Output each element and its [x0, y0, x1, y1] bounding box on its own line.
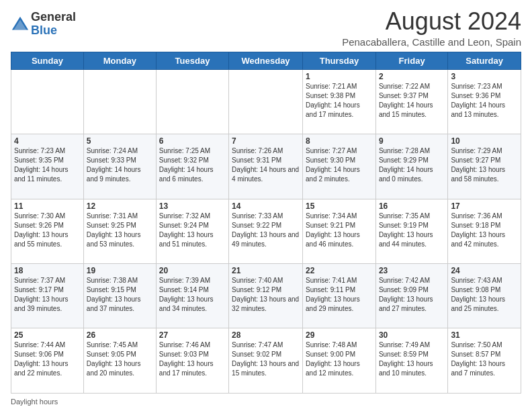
- header-row: Sunday Monday Tuesday Wednesday Thursday…: [11, 52, 521, 69]
- day-info-31: Sunrise: 7:50 AMSunset: 8:57 PMDaylight:…: [451, 340, 518, 378]
- day-number-14: 14: [232, 201, 300, 211]
- day-info-6: Sunrise: 7:25 AMSunset: 9:32 PMDaylight:…: [159, 146, 226, 184]
- cell-4-3: 28Sunrise: 7:47 AMSunset: 9:02 PMDayligh…: [229, 328, 303, 394]
- cell-3-6: 24Sunrise: 7:43 AMSunset: 9:08 PMDayligh…: [448, 264, 521, 328]
- day-info-2: Sunrise: 7:22 AMSunset: 9:37 PMDaylight:…: [379, 82, 445, 120]
- day-info-27: Sunrise: 7:46 AMSunset: 9:03 PMDaylight:…: [159, 340, 226, 378]
- day-number-30: 30: [379, 330, 445, 340]
- logo: General Blue: [11, 11, 76, 38]
- header-sunday: Sunday: [11, 52, 84, 69]
- cell-2-0: 11Sunrise: 7:30 AMSunset: 9:26 PMDayligh…: [11, 199, 84, 263]
- day-number-1: 1: [306, 72, 373, 81]
- day-number-7: 7: [232, 136, 300, 146]
- logo-text: General Blue: [31, 11, 76, 38]
- calendar-header: Sunday Monday Tuesday Wednesday Thursday…: [11, 52, 521, 69]
- cell-0-1: [83, 69, 156, 134]
- cell-1-2: 6Sunrise: 7:25 AMSunset: 9:32 PMDaylight…: [156, 134, 228, 199]
- day-info-3: Sunrise: 7:23 AMSunset: 9:36 PMDaylight:…: [451, 82, 518, 120]
- cell-2-5: 16Sunrise: 7:35 AMSunset: 9:19 PMDayligh…: [375, 199, 448, 263]
- day-info-18: Sunrise: 7:37 AMSunset: 9:17 PMDaylight:…: [14, 276, 81, 314]
- day-number-3: 3: [451, 72, 518, 81]
- day-info-14: Sunrise: 7:33 AMSunset: 9:22 PMDaylight:…: [232, 212, 300, 249]
- day-info-26: Sunrise: 7:45 AMSunset: 9:05 PMDaylight:…: [87, 340, 153, 378]
- cell-0-2: [156, 69, 228, 134]
- logo-icon: [11, 15, 30, 34]
- day-info-29: Sunrise: 7:48 AMSunset: 9:00 PMDaylight:…: [306, 340, 373, 378]
- day-number-23: 23: [379, 266, 445, 275]
- cell-2-4: 15Sunrise: 7:34 AMSunset: 9:21 PMDayligh…: [303, 199, 376, 263]
- day-number-17: 17: [451, 201, 518, 211]
- cell-1-3: 7Sunrise: 7:26 AMSunset: 9:31 PMDaylight…: [229, 134, 303, 199]
- cell-1-4: 8Sunrise: 7:27 AMSunset: 9:30 PMDaylight…: [303, 134, 376, 199]
- day-info-1: Sunrise: 7:21 AMSunset: 9:38 PMDaylight:…: [306, 82, 373, 120]
- calendar-body: 1Sunrise: 7:21 AMSunset: 9:38 PMDaylight…: [11, 69, 521, 393]
- day-number-21: 21: [232, 266, 300, 275]
- header-friday: Friday: [375, 52, 448, 69]
- cell-0-5: 2Sunrise: 7:22 AMSunset: 9:37 PMDaylight…: [375, 69, 448, 134]
- logo-general: General: [31, 11, 76, 24]
- daylight-label: Daylight hours: [11, 398, 58, 406]
- day-info-7: Sunrise: 7:26 AMSunset: 9:31 PMDaylight:…: [232, 146, 300, 184]
- cell-3-1: 19Sunrise: 7:38 AMSunset: 9:15 PMDayligh…: [83, 264, 156, 328]
- cell-2-3: 14Sunrise: 7:33 AMSunset: 9:22 PMDayligh…: [229, 199, 303, 263]
- day-number-10: 10: [451, 136, 518, 146]
- cell-4-0: 25Sunrise: 7:44 AMSunset: 9:06 PMDayligh…: [11, 328, 84, 394]
- cell-1-1: 5Sunrise: 7:24 AMSunset: 9:33 PMDaylight…: [83, 134, 156, 199]
- main-title: August 2024: [342, 8, 521, 35]
- subtitle: Penacaballera, Castille and Leon, Spain: [342, 36, 521, 48]
- day-info-11: Sunrise: 7:30 AMSunset: 9:26 PMDaylight:…: [14, 212, 81, 249]
- calendar-table: Sunday Monday Tuesday Wednesday Thursday…: [11, 52, 521, 394]
- header-tuesday: Tuesday: [156, 52, 228, 69]
- day-number-9: 9: [379, 136, 445, 146]
- day-number-19: 19: [87, 266, 153, 275]
- day-number-12: 12: [87, 201, 153, 211]
- cell-2-2: 13Sunrise: 7:32 AMSunset: 9:24 PMDayligh…: [156, 199, 228, 263]
- cell-3-2: 20Sunrise: 7:39 AMSunset: 9:14 PMDayligh…: [156, 264, 228, 328]
- cell-4-2: 27Sunrise: 7:46 AMSunset: 9:03 PMDayligh…: [156, 328, 228, 394]
- day-info-21: Sunrise: 7:40 AMSunset: 9:12 PMDaylight:…: [232, 276, 300, 314]
- header-wednesday: Wednesday: [229, 52, 303, 69]
- day-number-16: 16: [379, 201, 445, 211]
- day-info-25: Sunrise: 7:44 AMSunset: 9:06 PMDaylight:…: [14, 340, 81, 378]
- day-number-18: 18: [14, 266, 81, 275]
- cell-0-6: 3Sunrise: 7:23 AMSunset: 9:36 PMDaylight…: [448, 69, 521, 134]
- day-number-20: 20: [159, 266, 226, 275]
- cell-2-1: 12Sunrise: 7:31 AMSunset: 9:25 PMDayligh…: [83, 199, 156, 263]
- day-number-5: 5: [87, 136, 153, 146]
- week-row-4: 18Sunrise: 7:37 AMSunset: 9:17 PMDayligh…: [11, 264, 521, 328]
- day-info-9: Sunrise: 7:28 AMSunset: 9:29 PMDaylight:…: [379, 146, 445, 184]
- cell-3-0: 18Sunrise: 7:37 AMSunset: 9:17 PMDayligh…: [11, 264, 84, 328]
- day-number-13: 13: [159, 201, 226, 211]
- week-row-2: 4Sunrise: 7:23 AMSunset: 9:35 PMDaylight…: [11, 134, 521, 199]
- cell-2-6: 17Sunrise: 7:36 AMSunset: 9:18 PMDayligh…: [448, 199, 521, 263]
- cell-1-6: 10Sunrise: 7:29 AMSunset: 9:27 PMDayligh…: [448, 134, 521, 199]
- cell-0-4: 1Sunrise: 7:21 AMSunset: 9:38 PMDaylight…: [303, 69, 376, 134]
- cell-3-5: 23Sunrise: 7:42 AMSunset: 9:09 PMDayligh…: [375, 264, 448, 328]
- day-info-17: Sunrise: 7:36 AMSunset: 9:18 PMDaylight:…: [451, 212, 518, 249]
- day-info-28: Sunrise: 7:47 AMSunset: 9:02 PMDaylight:…: [232, 340, 300, 378]
- day-number-2: 2: [379, 72, 445, 81]
- footer: Daylight hours: [11, 398, 521, 406]
- day-info-10: Sunrise: 7:29 AMSunset: 9:27 PMDaylight:…: [451, 146, 518, 184]
- cell-4-5: 30Sunrise: 7:49 AMSunset: 8:59 PMDayligh…: [375, 328, 448, 394]
- day-number-27: 27: [159, 330, 226, 340]
- day-info-23: Sunrise: 7:42 AMSunset: 9:09 PMDaylight:…: [379, 276, 445, 314]
- day-number-6: 6: [159, 136, 226, 146]
- week-row-1: 1Sunrise: 7:21 AMSunset: 9:38 PMDaylight…: [11, 69, 521, 134]
- cell-4-4: 29Sunrise: 7:48 AMSunset: 9:00 PMDayligh…: [303, 328, 376, 394]
- day-number-11: 11: [14, 201, 81, 211]
- header-saturday: Saturday: [448, 52, 521, 69]
- cell-4-6: 31Sunrise: 7:50 AMSunset: 8:57 PMDayligh…: [448, 328, 521, 394]
- title-area: August 2024 Penacaballera, Castille and …: [342, 8, 521, 48]
- day-number-15: 15: [306, 201, 373, 211]
- header-monday: Monday: [83, 52, 156, 69]
- cell-1-0: 4Sunrise: 7:23 AMSunset: 9:35 PMDaylight…: [11, 134, 84, 199]
- day-info-19: Sunrise: 7:38 AMSunset: 9:15 PMDaylight:…: [87, 276, 153, 314]
- cell-3-3: 21Sunrise: 7:40 AMSunset: 9:12 PMDayligh…: [229, 264, 303, 328]
- day-info-12: Sunrise: 7:31 AMSunset: 9:25 PMDaylight:…: [87, 212, 153, 249]
- header-thursday: Thursday: [303, 52, 376, 69]
- week-row-5: 25Sunrise: 7:44 AMSunset: 9:06 PMDayligh…: [11, 328, 521, 394]
- day-number-24: 24: [451, 266, 518, 275]
- day-number-29: 29: [306, 330, 373, 340]
- day-number-28: 28: [232, 330, 300, 340]
